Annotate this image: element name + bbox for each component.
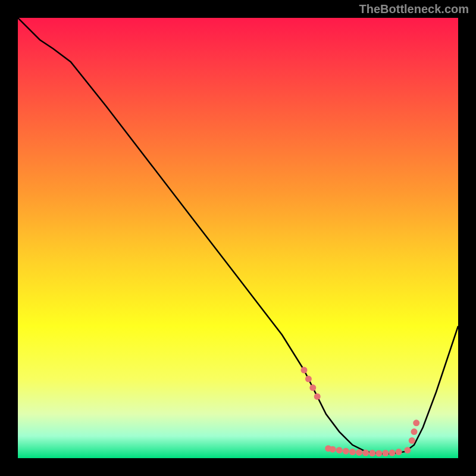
marker-point xyxy=(369,450,375,456)
attribution-text: TheBottleneck.com xyxy=(359,2,469,16)
marker-point xyxy=(362,450,369,456)
marker-point xyxy=(389,450,396,456)
chart-plot-area xyxy=(18,18,458,458)
marker-point xyxy=(309,384,316,391)
marker-point xyxy=(305,375,312,382)
marker-point xyxy=(396,449,402,455)
marker-point xyxy=(413,419,419,426)
marker-point xyxy=(411,428,418,435)
marker-point xyxy=(356,449,362,456)
marker-point xyxy=(382,450,389,456)
marker-point xyxy=(343,448,349,455)
marker-point xyxy=(375,450,382,456)
marker-point xyxy=(404,447,411,453)
chart-background xyxy=(18,18,458,458)
marker-point xyxy=(301,367,308,374)
marker-point xyxy=(314,393,321,400)
marker-point xyxy=(336,447,343,453)
marker-point xyxy=(409,437,415,444)
marker-point xyxy=(349,449,356,455)
marker-point xyxy=(330,446,336,453)
chart-svg xyxy=(18,18,458,458)
